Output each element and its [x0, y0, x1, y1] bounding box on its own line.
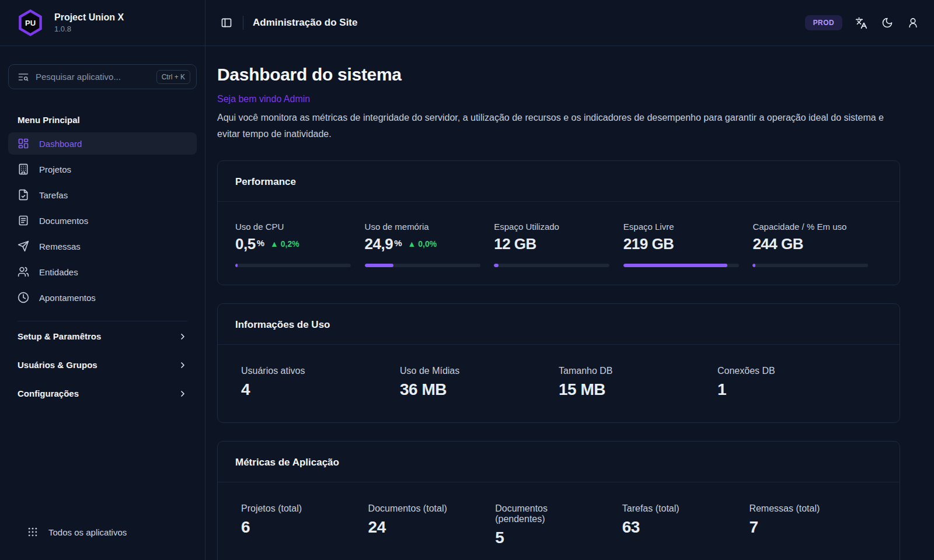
users-icon	[18, 266, 29, 278]
metric-label: Capacidade / % Em uso	[752, 222, 882, 232]
grid-dots-icon	[27, 526, 39, 538]
metric-shipments-total: Remessas (total) 7	[749, 503, 876, 547]
metric-value: 12 GB	[494, 236, 536, 253]
sidebar: PU Project Union X 1.0.8 Pesquisar aplic…	[0, 0, 205, 560]
metric-value: 24	[368, 518, 496, 537]
file-check-icon	[18, 189, 29, 201]
card-header: Performance	[218, 161, 900, 202]
topbar-divider	[243, 16, 243, 30]
usage-metrics-grid: Usuários ativos 4 Uso de Mídias 36 MB Ta…	[218, 345, 900, 422]
user-menu-button[interactable]	[906, 16, 920, 30]
card-header: Informações de Uso	[218, 304, 900, 345]
layout-dashboard-icon	[18, 138, 29, 149]
app-metrics-grid: Projetos (total) 6 Documentos (total) 24…	[218, 482, 900, 560]
metric-value: 4	[241, 380, 400, 399]
metric-label: Projetos (total)	[241, 503, 368, 514]
card-title: Métricas de Aplicação	[235, 457, 339, 468]
sidebar-toggle-button[interactable]	[219, 16, 234, 30]
page-breadcrumb-title: Administração do Site	[253, 17, 357, 29]
metric-capacity: Capacidade / % Em uso 244 GB	[752, 222, 882, 267]
all-apps-label: Todos os aplicativos	[48, 527, 127, 537]
welcome-message: Seja bem vindo Admin	[217, 94, 900, 104]
sidebar-item-remessas[interactable]: Remessas	[8, 235, 197, 257]
main-nav: Dashboard Projetos Tarefas Documentos	[8, 132, 197, 309]
metric-label: Conexões DB	[717, 366, 876, 376]
metric-memory: Uso de memória 24,9%▲ 0,0%	[365, 222, 494, 267]
sidebar-item-tarefas[interactable]: Tarefas	[8, 184, 197, 206]
sidebar-body: Pesquisar aplicativo... Ctrl + K Menu Pr…	[0, 46, 205, 560]
metric-value: 6	[241, 518, 368, 537]
chevron-right-icon	[178, 389, 187, 398]
sidebar-item-apontamentos[interactable]: Apontamentos	[8, 286, 197, 309]
language-button[interactable]	[854, 16, 869, 30]
user-icon	[907, 17, 919, 29]
panel-left-icon	[221, 17, 232, 29]
metric-value: 15 MB	[559, 380, 717, 399]
metric-space-used: Espaço Utilizado 12 GB	[494, 222, 623, 267]
metric-label: Espaço Livre	[623, 222, 753, 232]
search-icon	[18, 71, 29, 83]
app-name: Project Union X	[54, 12, 124, 23]
send-icon	[18, 240, 29, 252]
app-logo-text: PU	[20, 12, 40, 33]
progress-track	[752, 264, 868, 267]
main-area: Administração do Site PROD Dashboard do …	[205, 0, 934, 560]
chevron-right-icon	[178, 332, 187, 341]
metric-label: Usuários ativos	[241, 366, 400, 376]
menu-section-title: Menu Principal	[18, 115, 187, 125]
sidebar-group-setup-parametros[interactable]: Setup & Paramêtros	[8, 322, 197, 351]
sidebar-item-projetos[interactable]: Projetos	[8, 158, 197, 180]
app-logo: PU	[18, 9, 43, 36]
shortcut-badge: Ctrl + K	[156, 70, 190, 84]
sidebar-item-documentos[interactable]: Documentos	[8, 209, 197, 232]
metric-value: 244 GB	[752, 236, 803, 253]
metric-active-users: Usuários ativos 4	[241, 366, 400, 399]
sidebar-group-configuracoes[interactable]: Configurações	[8, 379, 197, 408]
progress-fill	[623, 264, 727, 267]
page-title: Dashboard do sistema	[217, 65, 900, 85]
card-header: Métricas de Aplicação	[218, 442, 900, 482]
app-meta: Project Union X 1.0.8	[54, 12, 124, 33]
sidebar-item-label: Projetos	[39, 164, 71, 174]
metric-label: Tamanho DB	[559, 366, 717, 376]
metric-label: Uso de memória	[365, 222, 494, 232]
metric-space-free: Espaço Livre 219 GB	[623, 222, 753, 267]
metric-media-usage: Uso de Mídias 36 MB	[400, 366, 559, 399]
metric-value: 7	[749, 518, 876, 537]
sidebar-item-entidades[interactable]: Entidades	[8, 261, 197, 283]
metric-label: Documentos (total)	[368, 503, 496, 514]
metric-value: 5	[495, 528, 622, 547]
file-text-icon	[18, 215, 29, 226]
progress-track	[365, 264, 480, 267]
metric-cpu: Uso de CPU 0,5%▲ 0,2%	[235, 222, 365, 267]
sidebar-item-dashboard[interactable]: Dashboard	[8, 132, 197, 155]
metric-documents-pending: Documentos (pendentes) 5	[495, 503, 622, 547]
translate-icon	[855, 17, 867, 29]
app-metrics-card: Métricas de Aplicação Projetos (total) 6…	[217, 441, 900, 560]
metric-unit: %	[257, 238, 264, 248]
sidebar-group-usuarios-grupos[interactable]: Usuários & Grupos	[8, 351, 197, 379]
metric-delta: ▲ 0,2%	[270, 239, 299, 249]
metric-documents-total: Documentos (total) 24	[368, 503, 496, 547]
all-apps-button[interactable]: Todos os aplicativos	[18, 526, 187, 538]
progress-track	[235, 264, 351, 267]
sidebar-item-label: Apontamentos	[39, 293, 96, 303]
metric-unit: %	[394, 238, 402, 248]
sidebar-item-label: Remessas	[39, 242, 81, 251]
search-input[interactable]: Pesquisar aplicativo... Ctrl + K	[8, 64, 197, 89]
group-label: Configurações	[18, 388, 79, 398]
progress-fill	[494, 264, 499, 267]
group-label: Setup & Paramêtros	[18, 331, 101, 341]
metric-value: 0,5	[235, 236, 256, 253]
dark-mode-button[interactable]	[880, 16, 894, 30]
metric-label: Uso de Mídias	[400, 366, 559, 376]
page-description: Aqui você monitora as métricas de integr…	[217, 110, 900, 142]
metric-label: Documentos (pendentes)	[495, 503, 622, 524]
moon-icon	[881, 17, 893, 29]
progress-fill	[365, 264, 394, 267]
topbar: Administração do Site PROD	[205, 0, 934, 46]
search-placeholder: Pesquisar aplicativo...	[36, 72, 150, 82]
sidebar-item-label: Dashboard	[39, 139, 82, 149]
metric-label: Tarefas (total)	[622, 503, 750, 514]
progress-track	[623, 264, 739, 267]
